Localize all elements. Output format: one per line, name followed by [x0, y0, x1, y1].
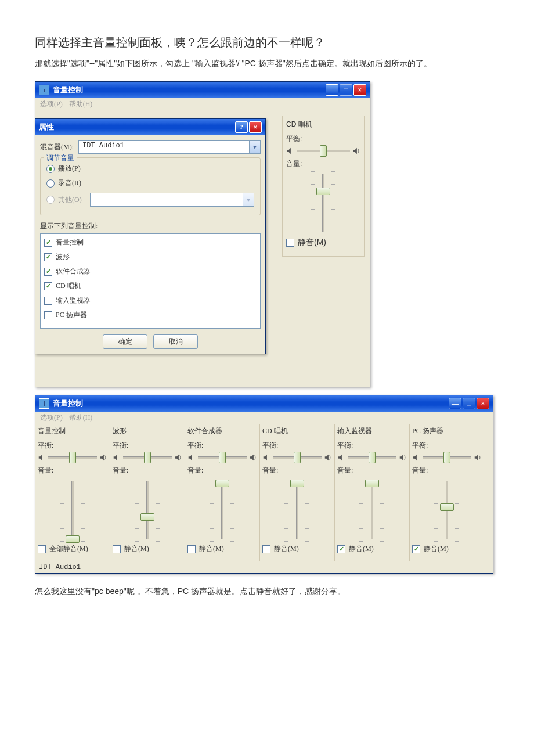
volume-slider[interactable]: [38, 478, 107, 542]
prop-close-button[interactable]: ×: [249, 121, 262, 133]
speaker-left-icon: [262, 453, 270, 462]
cancel-button[interactable]: 取消: [153, 334, 198, 349]
check-synth[interactable]: ✓软件合成器: [44, 267, 257, 276]
speaker-right-icon: [399, 453, 407, 462]
screenshot-1: i 音量控制 — □ × 选项(P) 帮助(H) CD 唱机 平衡: 音量:: [35, 81, 369, 383]
properties-dialog: 属性 ? × 混音器(M): IDT Audio1▾ 调节音量 播放(P) 录音…: [35, 118, 266, 354]
balance-slider[interactable]: [348, 452, 396, 463]
minimize-button[interactable]: —: [326, 84, 338, 96]
mixer-combo[interactable]: IDT Audio1▾: [78, 140, 261, 154]
menu-help[interactable]: 帮助(H): [69, 413, 93, 422]
speaker-left-icon: [38, 453, 46, 462]
speaker-left-icon: [412, 453, 420, 462]
menu-help[interactable]: 帮助(H): [69, 100, 93, 108]
help-button[interactable]: ?: [235, 121, 248, 133]
prop-titlebar: 属性 ? ×: [35, 119, 265, 135]
channel-title-cd: CD 唱机: [286, 120, 360, 129]
balance-slider[interactable]: [273, 452, 322, 463]
screenshot-2: i 音量控制 — □ × 选项(P) 帮助(H) 音量控制平衡:音量:全部静音(…: [35, 395, 493, 574]
mute-checkbox[interactable]: 静音(M): [286, 237, 360, 248]
mute-checkbox[interactable]: 静音(M): [187, 544, 257, 554]
speaker-left-icon: [113, 453, 121, 462]
cd-channel-panel: CD 唱机 平衡: 音量: 静音(M): [282, 116, 365, 257]
volume-label: 音量:: [262, 466, 332, 476]
channel-synth: 软件合成器平衡:音量:静音(M): [185, 424, 259, 561]
radio-record[interactable]: 录音(R): [46, 178, 254, 188]
balance-label: 平衡:: [38, 441, 107, 451]
radio-play[interactable]: 播放(P): [46, 164, 254, 174]
speaker-right-icon: [99, 453, 107, 462]
channel-title: 波形: [113, 426, 182, 436]
app-icon: i: [39, 85, 49, 95]
mute-checkbox[interactable]: ✓静音(M): [412, 544, 482, 554]
speaker-left-icon: [187, 453, 196, 462]
balance-slider[interactable]: [48, 452, 97, 463]
speaker-left-icon: [337, 453, 345, 462]
check-pc-speaker[interactable]: PC 扬声器: [44, 310, 257, 320]
volume-slider[interactable]: [412, 478, 482, 542]
volume-slider[interactable]: [113, 478, 182, 542]
volume-label: 音量:: [286, 159, 360, 169]
volume-label: 音量:: [113, 466, 182, 476]
titlebar-2: i 音量控制 — □ ×: [35, 395, 493, 412]
mute-checkbox[interactable]: 全部静音(M): [38, 544, 107, 554]
speaker-right-icon: [352, 147, 360, 155]
balance-slider[interactable]: [198, 452, 247, 463]
channel-title: PC 扬声器: [412, 426, 482, 436]
balance-slider[interactable]: [423, 452, 471, 463]
mute-checkbox[interactable]: 静音(M): [113, 544, 182, 554]
channel-wave: 波形平衡:音量:静音(M): [110, 424, 185, 561]
speaker-left-icon: [286, 147, 294, 155]
radio-other: 其他(O) ▾: [46, 193, 254, 207]
speaker-right-icon: [324, 453, 332, 462]
balance-slider[interactable]: [123, 452, 172, 463]
balance-label: 平衡:: [187, 441, 257, 451]
channel-title: 软件合成器: [187, 426, 257, 436]
close-button[interactable]: ×: [477, 398, 489, 409]
check-input-monitor[interactable]: 输入监视器: [44, 296, 257, 305]
mute-checkbox[interactable]: 静音(M): [262, 544, 332, 554]
doc-heading: 同样选择主音量控制面板，咦？怎么跟前边的不一样呢？: [35, 35, 499, 51]
minimize-button[interactable]: —: [449, 398, 461, 409]
close-button[interactable]: ×: [353, 84, 366, 96]
controls-listbox: ✓音量控制 ✓波形 ✓软件合成器 ✓CD 唱机 输入监视器 PC 扬声器: [40, 233, 261, 329]
window-title: 音量控制: [53, 85, 326, 95]
window-title-2: 音量控制: [53, 398, 449, 409]
doc-para-1: 那就选择"选项"--"属性"如下图所示，勾选上 "输入监视器'/ "PC 扬声器…: [35, 57, 499, 70]
menubar: 选项(P) 帮助(H): [35, 98, 370, 110]
status-bar: IDT Audio1: [35, 561, 493, 573]
chevron-down-icon: ▾: [249, 141, 260, 153]
volume-label: 音量:: [337, 466, 407, 476]
check-volume-control[interactable]: ✓音量控制: [44, 237, 257, 247]
channel-cd: CD 唱机平衡:音量:静音(M): [259, 424, 334, 561]
channel-title: 音量控制: [38, 426, 107, 436]
balance-label: 平衡:: [113, 441, 182, 451]
volume-slider[interactable]: [262, 478, 332, 542]
channel-inmon: 输入监视器平衡:音量:✓静音(M): [334, 424, 409, 561]
balance-slider[interactable]: [297, 145, 350, 157]
speaker-right-icon: [174, 453, 182, 462]
speaker-right-icon: [474, 453, 482, 462]
volume-slider[interactable]: [187, 478, 257, 542]
app-icon: i: [39, 398, 49, 409]
menu-options[interactable]: 选项(P): [40, 100, 63, 108]
prop-title: 属性: [39, 122, 235, 132]
channel-title: CD 唱机: [262, 426, 332, 436]
maximize-button: □: [340, 84, 352, 96]
menu-options[interactable]: 选项(P): [40, 413, 63, 422]
balance-label: 平衡:: [262, 441, 332, 451]
balance-label: 平衡:: [412, 441, 482, 451]
ok-button[interactable]: 确定: [103, 334, 147, 349]
check-cd[interactable]: ✓CD 唱机: [44, 281, 257, 291]
volume-slider[interactable]: [337, 478, 407, 542]
adjust-volume-group: 调节音量 播放(P) 录音(R) 其他(O) ▾: [40, 157, 261, 215]
channel-pcspk: PC 扬声器平衡:音量:✓静音(M): [409, 424, 484, 561]
volume-label: 音量:: [187, 466, 257, 476]
volume-label: 音量:: [412, 466, 482, 476]
check-wave[interactable]: ✓波形: [44, 252, 257, 262]
mute-checkbox[interactable]: ✓静音(M): [337, 544, 407, 554]
balance-label: 平衡:: [337, 441, 407, 451]
chevron-down-icon: ▾: [243, 193, 254, 206]
volume-slider[interactable]: [286, 171, 360, 235]
maximize-button: □: [463, 398, 475, 409]
